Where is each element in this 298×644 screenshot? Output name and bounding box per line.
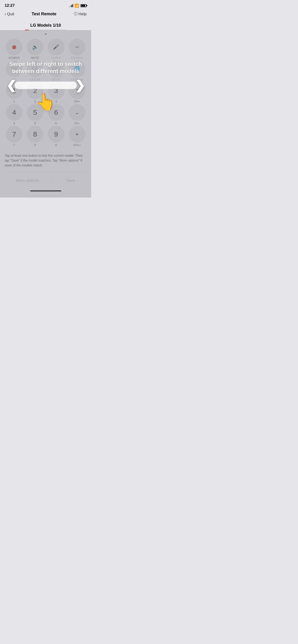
num-5-icon: 5 [33, 108, 37, 116]
source-label: SOURCE [71, 56, 83, 60]
btn-2[interactable]: 2 [27, 82, 43, 99]
model-section: LG Models 1/10 [0, 19, 91, 37]
volplus-wrap: + VOL+ [68, 126, 87, 147]
page-title: Test Remote [32, 12, 56, 16]
ch-down-icon: ⌄ [75, 110, 79, 115]
btn9-label: 9 [55, 144, 57, 147]
status-time: 12:27 [5, 3, 15, 8]
btn4-wrap: 4 4 [5, 104, 24, 125]
model-progress-fill [25, 30, 29, 30]
help-button[interactable]: ⓘ Help [74, 12, 87, 16]
bs-label: BS [12, 78, 16, 81]
bs-wrap: BS BS [5, 60, 24, 81]
power-icon: ⏺ [11, 44, 17, 51]
status-bar: 12:27 📶 [0, 0, 91, 10]
num-3-icon: 3 [54, 87, 58, 94]
num-2-icon: 2 [33, 87, 37, 94]
mute-button[interactable]: 🔈 [27, 39, 43, 56]
instruction-text: Tap at least one button to test the curr… [5, 153, 87, 168]
stream-label: STREAM [71, 78, 83, 81]
help-label: Help [79, 12, 87, 16]
dttv-button[interactable]: DTTV [48, 60, 65, 77]
num-7-icon: 7 [12, 130, 16, 138]
ch-minus-button[interactable]: ⌄ [69, 104, 85, 121]
status-icons: 📶 [69, 4, 87, 8]
dttv-wrap: DTTV DTTV [47, 60, 66, 81]
mute-icon: 🔈 [32, 44, 38, 50]
cs-button[interactable]: CS [27, 60, 43, 77]
model-progress-bar [25, 30, 67, 30]
btn4-label: 4 [14, 122, 15, 125]
audio-label: AUDIO [51, 56, 61, 60]
btn8-wrap: 8 8 [26, 126, 45, 147]
btn-8[interactable]: 8 [27, 126, 43, 142]
stream-wrap: 🌐 STREAM [68, 60, 87, 81]
btn1-wrap: 1 1 [5, 82, 24, 103]
action-buttons: More options Save [5, 172, 87, 185]
save-button[interactable]: Save [57, 176, 85, 185]
source-button[interactable]: ➡ [69, 39, 85, 56]
ch-plus-button[interactable]: ⌃ [69, 82, 85, 99]
chplus-label: CH+ [74, 100, 80, 103]
source-icon: ➡ [75, 44, 79, 50]
source-wrap: ➡ SOURCE [68, 39, 87, 60]
more-options-button[interactable]: More options [7, 176, 48, 185]
btn1-label: 1 [14, 100, 15, 103]
btn-1[interactable]: 1 [6, 82, 23, 99]
btn-4[interactable]: 4 [6, 104, 23, 121]
mute-wrap: 🔈 MUTE [26, 39, 45, 60]
btn9-wrap: 9 9 [47, 126, 66, 147]
button-divider [53, 177, 53, 184]
vol-plus-icon: + [75, 131, 79, 138]
globe-icon: 🌐 [74, 66, 80, 72]
audio-button[interactable]: 🎤 [48, 39, 65, 56]
num-1-icon: 1 [12, 87, 16, 94]
btn6-label: 6 [55, 122, 57, 125]
ch-up-icon: ⌃ [75, 88, 79, 94]
chminus-wrap: ⌄ CH- [68, 104, 87, 125]
power-label: POWER [9, 56, 20, 60]
page-dot [45, 33, 47, 35]
btn7-label: 7 [14, 144, 15, 147]
cs-label: CS/CAT [30, 78, 40, 81]
stream-button[interactable]: 🌐 [69, 60, 85, 77]
nav-bar: ‹ Quit Test Remote ⓘ Help [0, 10, 91, 19]
btn6-wrap: 6 6 [47, 104, 66, 125]
vol-plus-button[interactable]: + [69, 126, 85, 142]
remote-row-4: 4 4 5 5 6 6 ⌄ CH- [4, 104, 88, 125]
num-4-icon: 4 [12, 108, 16, 116]
chplus-wrap: ⌃ CH+ [68, 82, 87, 103]
btn-7[interactable]: 7 [6, 126, 23, 142]
remote-row-2: BS BS CS CS/CAT DTTV DTTV 🌐 STREAM [4, 60, 88, 81]
volplus-label: VOL+ [73, 144, 81, 147]
help-circle-icon: ⓘ [74, 12, 78, 16]
model-title: LG Models 1/10 [5, 23, 87, 28]
quit-button[interactable]: ‹ Quit [5, 12, 14, 16]
btn8-label: 8 [34, 144, 36, 147]
wifi-icon: 📶 [75, 4, 79, 8]
bs-button[interactable]: BS [6, 60, 23, 77]
chevron-left-icon: ‹ [5, 12, 6, 16]
home-indicator [0, 188, 91, 192]
remote-row-1: ⏺ POWER 🔈 MUTE 🎤 AUDIO ➡ SOURCE [4, 39, 88, 60]
remote-row-5: 7 7 8 8 9 9 + VOL+ [4, 126, 88, 147]
num-8-icon: 8 [33, 130, 37, 138]
power-button[interactable]: ⏺ [6, 39, 23, 56]
mute-label: MUTE [31, 56, 39, 60]
btn3-wrap: 3 3 [47, 82, 66, 103]
btn-3[interactable]: 3 [48, 82, 65, 99]
dttv-icon: DTTV [52, 67, 60, 71]
battery-icon [81, 4, 87, 7]
btn2-label: 2 [34, 100, 36, 103]
mic-icon: 🎤 [53, 44, 59, 50]
quit-label: Quit [7, 12, 14, 16]
btn-9[interactable]: 9 [48, 126, 65, 142]
btn5-label: 5 [34, 122, 36, 125]
btn5-wrap: 5 5 [26, 104, 45, 125]
btn3-label: 3 [55, 100, 57, 103]
btn-6[interactable]: 6 [48, 104, 65, 121]
num-9-icon: 9 [54, 130, 58, 138]
num-6-icon: 6 [54, 108, 58, 116]
remote-container: ⏺ POWER 🔈 MUTE 🎤 AUDIO ➡ SOURCE BS [0, 37, 91, 150]
btn-5[interactable]: 5 [27, 104, 43, 121]
